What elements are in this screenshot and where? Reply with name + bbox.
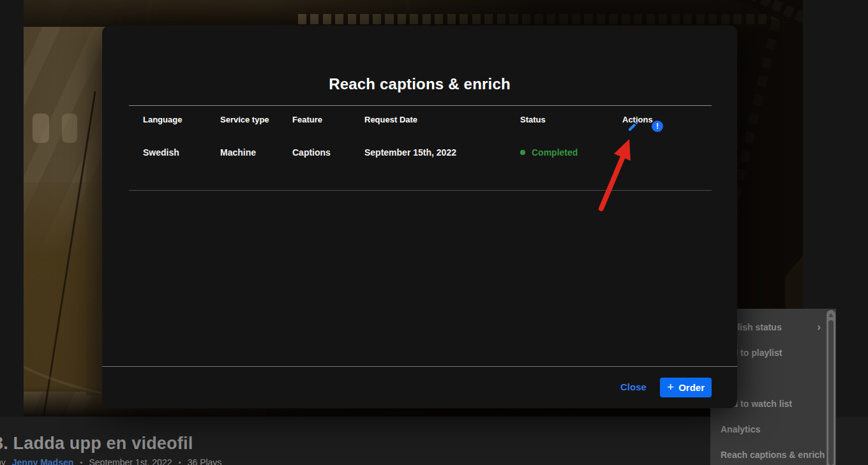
menu-item-label: Analytics bbox=[721, 424, 760, 434]
publish-date: September 1st, 2022 bbox=[89, 457, 172, 465]
status-badge: Completed bbox=[532, 147, 578, 158]
scrollbar-thumb[interactable] bbox=[828, 320, 834, 465]
column-header-language: Language bbox=[143, 115, 182, 124]
scroll-up-arrow-icon[interactable] bbox=[828, 313, 834, 317]
status-dot-icon bbox=[520, 150, 525, 155]
cell-service-type: Machine bbox=[220, 147, 256, 158]
caption-info-button[interactable]: ! bbox=[652, 121, 663, 132]
edit-caption-button[interactable] bbox=[627, 120, 640, 133]
table-row-divider bbox=[129, 190, 712, 191]
menu-item-analytics[interactable]: Analytics bbox=[710, 417, 836, 442]
plus-icon: + bbox=[667, 381, 674, 393]
modal-title: Reach captions & enrich bbox=[102, 75, 737, 93]
cell-language: Swedish bbox=[143, 147, 179, 158]
menu-item-reach-captions-enrich[interactable]: Reach captions & enrich bbox=[710, 442, 836, 465]
exclamation-icon: ! bbox=[656, 122, 659, 131]
modal-footer-divider bbox=[102, 366, 737, 367]
byline-separator: • bbox=[80, 459, 82, 465]
author-link[interactable]: Jenny Madsen bbox=[12, 457, 73, 465]
close-button[interactable]: Close bbox=[620, 381, 647, 392]
video-byline: byJenny Madsen•September 1st, 2022•36 Pl… bbox=[0, 457, 228, 465]
pencil-icon bbox=[627, 120, 640, 133]
chevron-right-icon: › bbox=[817, 321, 821, 334]
plays-count: 36 Plays bbox=[188, 457, 222, 465]
byline-prefix: by bbox=[0, 457, 6, 465]
order-button[interactable]: + Order bbox=[660, 378, 712, 397]
column-header-feature: Feature bbox=[292, 115, 322, 124]
column-header-request-date: Request Date bbox=[364, 115, 417, 124]
table-header-divider bbox=[129, 105, 712, 106]
video-title: 3. Ladda upp en videofil bbox=[0, 434, 193, 454]
cell-feature: Captions bbox=[292, 147, 331, 158]
column-header-status: Status bbox=[520, 115, 546, 124]
menu-scrollbar[interactable] bbox=[827, 310, 835, 465]
cell-request-date: September 15th, 2022 bbox=[364, 147, 456, 158]
reach-captions-modal: Reach captions & enrich Language Service… bbox=[102, 26, 737, 408]
menu-item-label: Reach captions & enrich bbox=[721, 450, 825, 460]
order-button-label: Order bbox=[678, 382, 705, 393]
cell-status: Completed bbox=[520, 147, 578, 158]
byline-separator: • bbox=[178, 459, 181, 465]
column-header-service-type: Service type bbox=[220, 115, 269, 124]
